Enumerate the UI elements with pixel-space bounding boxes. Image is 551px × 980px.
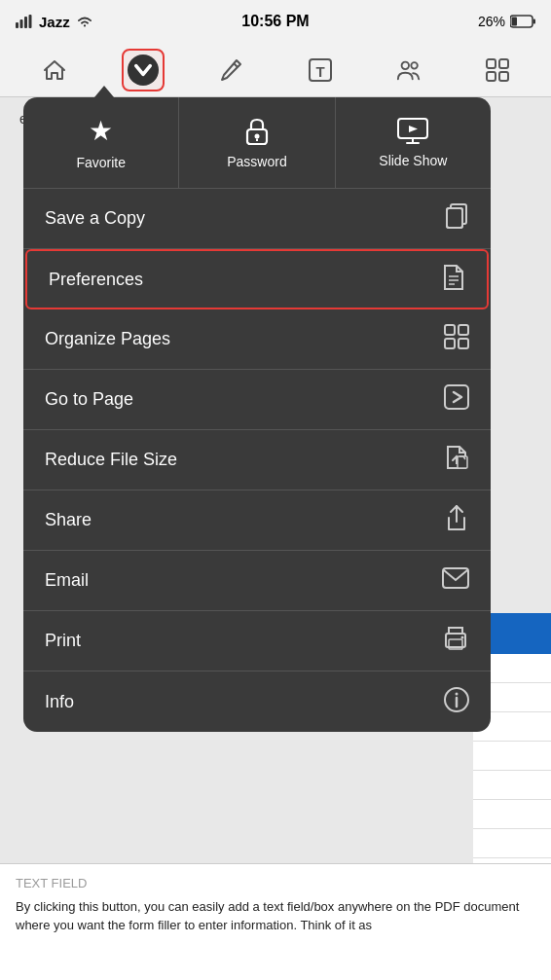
svg-point-16 bbox=[254, 133, 259, 138]
top-icons-section: ★ Favorite Password Slide Show bbox=[23, 97, 491, 189]
status-bar: Jazz 10:56 PM 26% bbox=[0, 0, 551, 43]
info-item[interactable]: Info bbox=[23, 671, 491, 732]
grid-icon bbox=[485, 57, 510, 83]
text-button[interactable]: T bbox=[299, 49, 342, 91]
carrier-wifi: Jazz bbox=[16, 14, 93, 30]
svg-text:T: T bbox=[315, 63, 324, 80]
white-row-4 bbox=[473, 742, 551, 771]
svg-rect-25 bbox=[445, 325, 455, 335]
svg-rect-1 bbox=[20, 19, 23, 28]
svg-rect-31 bbox=[458, 456, 467, 468]
organize-pages-item[interactable]: Organize Pages bbox=[23, 309, 491, 370]
svg-rect-2 bbox=[24, 17, 27, 28]
printer-icon bbox=[442, 626, 469, 656]
go-to-page-item[interactable]: Go to Page bbox=[23, 370, 491, 430]
svg-rect-20 bbox=[447, 208, 462, 228]
reduce-file-size-label: Reduce File Size bbox=[45, 450, 177, 470]
pen-icon bbox=[219, 57, 244, 83]
grid-button[interactable] bbox=[476, 49, 519, 91]
info-icon bbox=[444, 687, 469, 717]
svg-rect-27 bbox=[445, 339, 455, 348]
pen-button[interactable] bbox=[210, 49, 253, 91]
svg-point-35 bbox=[461, 636, 464, 639]
svg-rect-28 bbox=[459, 339, 468, 348]
home-icon bbox=[42, 57, 67, 83]
dropdown-arrow bbox=[94, 86, 114, 97]
carrier-label: Jazz bbox=[39, 14, 70, 30]
go-to-page-label: Go to Page bbox=[45, 389, 133, 410]
share-item[interactable]: Share bbox=[23, 490, 491, 551]
info-label: Info bbox=[45, 692, 74, 712]
svg-rect-0 bbox=[16, 22, 18, 28]
slideshow-icon bbox=[397, 118, 428, 145]
text-icon: T bbox=[308, 57, 333, 83]
main-toolbar: T bbox=[0, 43, 551, 97]
white-row-7 bbox=[473, 829, 551, 858]
print-label: Print bbox=[45, 631, 81, 651]
doc-body-text: By clicking this button, you can easily … bbox=[16, 897, 535, 935]
favorite-button[interactable]: ★ Favorite bbox=[23, 97, 179, 188]
preferences-item[interactable]: Preferences bbox=[25, 249, 489, 309]
compress-icon bbox=[444, 445, 469, 475]
wifi-icon bbox=[76, 15, 93, 28]
copy-icon bbox=[444, 203, 469, 234]
svg-rect-6 bbox=[512, 18, 518, 26]
text-field-label: TEXT FIELD bbox=[16, 874, 535, 893]
svg-rect-11 bbox=[487, 59, 496, 68]
preferences-label: Preferences bbox=[49, 270, 143, 290]
time-display: 10:56 PM bbox=[241, 13, 309, 30]
svg-rect-13 bbox=[487, 72, 496, 81]
password-label: Password bbox=[227, 154, 286, 169]
lock-icon bbox=[243, 117, 271, 146]
share-label: Share bbox=[45, 510, 92, 530]
svg-rect-12 bbox=[499, 59, 508, 68]
svg-point-38 bbox=[456, 692, 459, 695]
svg-rect-26 bbox=[459, 325, 468, 335]
people-icon bbox=[396, 57, 422, 83]
arrow-right-icon bbox=[444, 384, 469, 415]
email-label: Email bbox=[45, 570, 89, 591]
battery-icon bbox=[510, 15, 535, 28]
favorite-label: Favorite bbox=[76, 155, 126, 170]
svg-rect-29 bbox=[445, 385, 468, 409]
battery-percent: 26% bbox=[478, 14, 505, 29]
chevron-down-button[interactable] bbox=[122, 49, 165, 91]
svg-rect-5 bbox=[533, 19, 536, 24]
doc-bottom: TEXT FIELD By clicking this button, you … bbox=[0, 863, 551, 980]
svg-rect-32 bbox=[443, 568, 468, 588]
print-item[interactable]: Print bbox=[23, 611, 491, 671]
save-a-copy-label: Save a Copy bbox=[45, 208, 145, 229]
password-button[interactable]: Password bbox=[179, 97, 335, 188]
preferences-doc-icon bbox=[442, 264, 465, 296]
white-row-6 bbox=[473, 800, 551, 829]
reduce-file-size-item[interactable]: Reduce File Size bbox=[23, 430, 491, 490]
chevron-down-icon bbox=[130, 57, 156, 83]
white-row-5 bbox=[473, 771, 551, 800]
organize-pages-label: Organize Pages bbox=[45, 329, 170, 349]
chevron-circle bbox=[128, 54, 159, 86]
svg-rect-14 bbox=[499, 72, 508, 81]
signal-icon bbox=[16, 15, 33, 28]
home-button[interactable] bbox=[33, 49, 76, 91]
star-icon: ★ bbox=[89, 115, 113, 147]
svg-point-9 bbox=[401, 61, 408, 68]
svg-point-10 bbox=[411, 62, 418, 68]
email-item[interactable]: Email bbox=[23, 551, 491, 611]
people-button[interactable] bbox=[387, 49, 430, 91]
share-icon bbox=[444, 504, 469, 536]
slideshow-button[interactable]: Slide Show bbox=[336, 97, 491, 188]
svg-rect-3 bbox=[29, 15, 32, 28]
slideshow-label: Slide Show bbox=[379, 153, 447, 168]
envelope-icon bbox=[442, 567, 469, 594]
save-a-copy-item[interactable]: Save a Copy bbox=[23, 189, 491, 249]
battery-area: 26% bbox=[478, 14, 535, 29]
dropdown-menu: ★ Favorite Password Slide Show bbox=[23, 97, 491, 732]
organize-grid-icon bbox=[444, 324, 469, 354]
